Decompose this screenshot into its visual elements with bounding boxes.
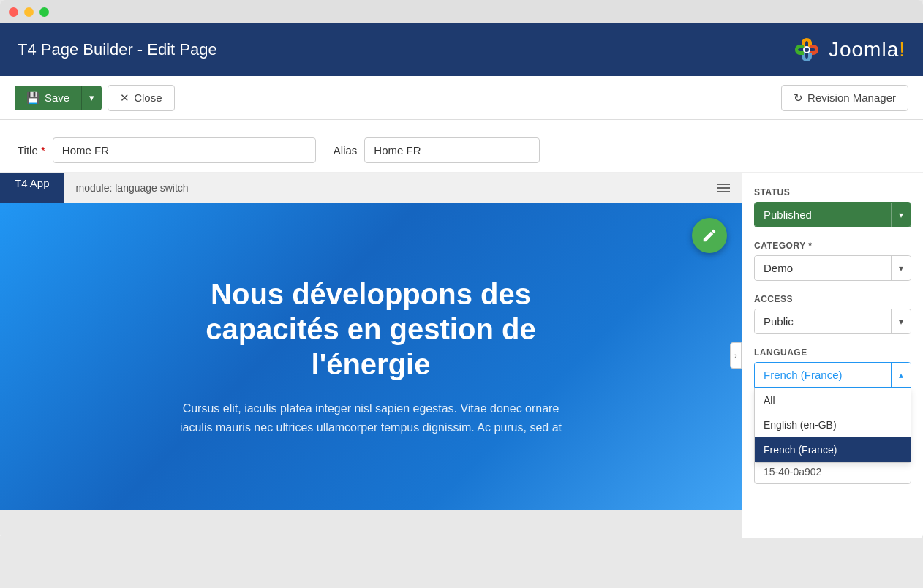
title-required-marker: *	[41, 144, 45, 157]
module-bar-label: module: language switch	[76, 182, 189, 194]
save-icon: 💾	[26, 91, 40, 105]
status-section: STATUS Published ▾	[754, 187, 911, 227]
language-select: French (France) ▴	[754, 362, 911, 388]
close-button[interactable]: ✕ Close	[108, 85, 174, 111]
top-bar: T4 Page Builder - Edit Page Joomla!	[0, 23, 923, 76]
canvas-area: T4 App module: language switch Nous déve…	[0, 173, 742, 538]
category-value: Demo	[755, 256, 891, 280]
form-area: Title * Alias	[0, 120, 923, 173]
category-select: Demo ▾	[754, 255, 911, 281]
title-label: Title *	[18, 144, 45, 157]
history-icon: ↻	[794, 91, 803, 105]
language-option-fr-fr[interactable]: French (France)	[755, 437, 911, 462]
language-dropdown-button[interactable]: ▴	[891, 363, 911, 387]
language-section: LANGUAGE French (France) ▴ All English (…	[754, 347, 911, 388]
access-section: ACCESS Public ▾	[754, 294, 911, 334]
status-label: STATUS	[754, 187, 911, 197]
page-title: T4 Page Builder - Edit Page	[18, 40, 217, 59]
toolbar-left: 💾 Save ▾ ✕ Close	[15, 85, 175, 111]
status-value: Published	[755, 203, 891, 227]
chevron-down-icon: ▾	[89, 92, 94, 103]
svg-point-2	[805, 48, 809, 52]
pencil-icon	[701, 227, 717, 244]
language-dropdown: All English (en-GB) French (France)	[754, 388, 911, 463]
save-dropdown-button[interactable]: ▾	[81, 86, 102, 110]
category-label: CATEGORY *	[754, 241, 911, 251]
access-value: Public	[755, 309, 891, 333]
right-sidebar: STATUS Published ▾ CATEGORY * Demo ▾ ACC…	[742, 173, 923, 538]
joomla-text: Joomla!	[829, 38, 905, 61]
joomla-icon	[791, 34, 823, 66]
page-key-input[interactable]	[754, 459, 911, 484]
category-dropdown-button[interactable]: ▾	[891, 256, 911, 280]
app-window: T4 Page Builder - Edit Page Joomla!	[0, 23, 923, 538]
language-option-all[interactable]: All	[755, 388, 911, 412]
module-bar-top: T4 App module: language switch	[0, 173, 742, 203]
status-select: Published ▾	[754, 202, 911, 227]
sidebar-collapse-handle[interactable]: ›	[730, 342, 742, 369]
hero-section: Nous développons des capacités en gestio…	[0, 203, 742, 510]
language-label: LANGUAGE	[754, 347, 911, 358]
alias-field-group: Alias	[334, 137, 540, 163]
close-icon: ✕	[120, 91, 129, 105]
hamburger-icon[interactable]	[717, 184, 730, 192]
title-input[interactable]	[53, 137, 316, 163]
title-field-group: Title *	[18, 137, 316, 163]
joomla-logo: Joomla!	[791, 34, 905, 66]
hero-text: Cursus elit, iaculis platea integer nisl…	[166, 399, 576, 437]
alias-label: Alias	[334, 144, 358, 157]
language-value: French (France)	[755, 363, 891, 387]
traffic-light-close[interactable]	[9, 7, 18, 17]
alias-input[interactable]	[364, 137, 540, 163]
access-dropdown-button[interactable]: ▾	[891, 309, 911, 333]
module-bar: module: language switch	[64, 173, 742, 203]
save-group: 💾 Save ▾	[15, 86, 102, 110]
traffic-light-minimize[interactable]	[24, 7, 34, 17]
category-section: CATEGORY * Demo ▾	[754, 241, 911, 281]
edit-fab-button[interactable]	[692, 218, 727, 253]
module-bar-app-label: T4 App	[0, 173, 64, 203]
language-option-en-gb[interactable]: English (en-GB)	[755, 412, 911, 437]
window-chrome	[0, 0, 923, 23]
collapse-icon: ›	[734, 352, 736, 360]
access-select: Public ▾	[754, 309, 911, 334]
traffic-light-fullscreen[interactable]	[39, 7, 49, 17]
status-dropdown-button[interactable]: ▾	[891, 203, 911, 227]
hero-title: Nous développons des capacités en gestio…	[151, 276, 590, 382]
access-label: ACCESS	[754, 294, 911, 304]
toolbar: 💾 Save ▾ ✕ Close ↻ Revision Manager	[0, 76, 923, 120]
main-content: T4 App module: language switch Nous déve…	[0, 173, 923, 538]
revision-manager-button[interactable]: ↻ Revision Manager	[781, 85, 908, 111]
save-button[interactable]: 💾 Save	[15, 86, 81, 110]
